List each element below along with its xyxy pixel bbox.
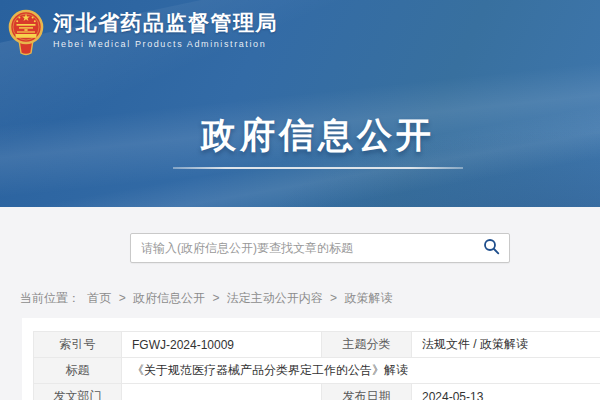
national-emblem-icon (8, 8, 44, 60)
hero-banner: 河北省药品监督管理局 Hebei Medical Products Admini… (0, 0, 600, 207)
page: { "header": { "org_name": "河北省药品监督管理局", … (0, 0, 600, 400)
issuing-department-label: 发文部门 (34, 384, 122, 400)
breadcrumb: 当前位置： 首页 > 政府信息公开 > 法定主动公开内容 > 政策解读 (20, 290, 396, 307)
breadcrumb-item-gov-info[interactable]: 政府信息公开 (133, 291, 205, 305)
publish-date-value: 2024-05-13 (412, 384, 600, 400)
brand-text: 河北省药品监督管理局 Hebei Medical Products Admini… (53, 8, 278, 49)
title-value: 《关于规范医疗器械产品分类界定工作的公告》解读 (122, 358, 600, 384)
publish-date-label: 发布日期 (322, 384, 412, 400)
breadcrumb-separator: > (330, 291, 337, 305)
org-name-english: Hebei Medical Products Administration (53, 39, 278, 49)
breadcrumb-item-policy-interpretation: 政策解读 (344, 291, 392, 305)
page-title: 政府信息公开 (201, 112, 435, 159)
table-row: 标题 《关于规范医疗器械产品分类界定工作的公告》解读 (34, 358, 600, 384)
table-row: 索引号 FGWJ-2024-10009 主题分类 法规文件 / 政策解读 (34, 332, 600, 358)
topic-category-value: 法规文件 / 政策解读 (412, 332, 600, 358)
search-bar (130, 233, 510, 263)
topic-category-label: 主题分类 (322, 332, 412, 358)
index-number-value: FGWJ-2024-10009 (122, 332, 322, 358)
content-area: 当前位置： 首页 > 政府信息公开 > 法定主动公开内容 > 政策解读 索引号 … (0, 207, 600, 400)
document-meta-table: 索引号 FGWJ-2024-10009 主题分类 法规文件 / 政策解读 标题 … (33, 331, 600, 400)
search-button[interactable] (473, 234, 509, 262)
document-panel: 索引号 FGWJ-2024-10009 主题分类 法规文件 / 政策解读 标题 … (22, 318, 600, 400)
org-name: 河北省药品监督管理局 (53, 11, 278, 35)
title-label: 标题 (34, 358, 122, 384)
search-input[interactable] (131, 234, 473, 262)
breadcrumb-label: 当前位置： (20, 291, 80, 305)
breadcrumb-separator: > (119, 291, 126, 305)
breadcrumb-separator: > (212, 291, 219, 305)
search-icon (483, 238, 500, 258)
index-number-label: 索引号 (34, 332, 122, 358)
table-row: 发文部门 发布日期 2024-05-13 (34, 384, 600, 400)
site-brand[interactable]: 河北省药品监督管理局 Hebei Medical Products Admini… (8, 8, 278, 60)
title-underline (173, 167, 463, 169)
breadcrumb-item-home[interactable]: 首页 (87, 291, 111, 305)
breadcrumb-item-statutory-disclosure[interactable]: 法定主动公开内容 (227, 291, 323, 305)
issuing-department-value (122, 384, 322, 400)
